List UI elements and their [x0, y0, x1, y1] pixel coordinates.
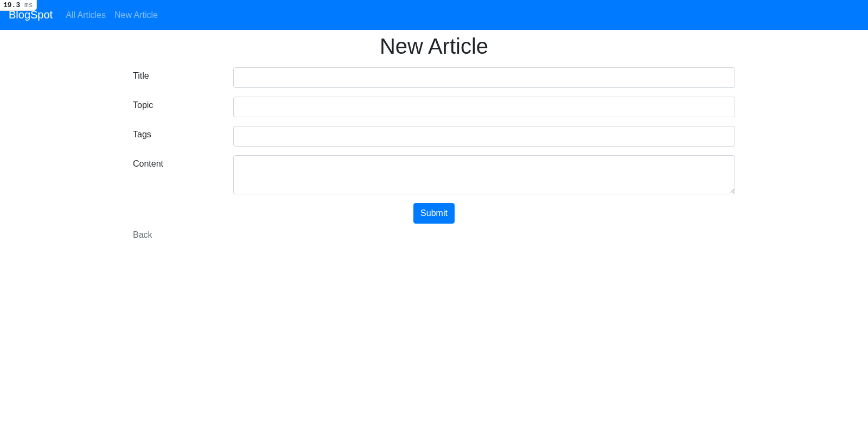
form-group-title: Title [133, 67, 735, 88]
perf-value: 19.3 [3, 1, 20, 9]
form-group-topic: Topic [133, 97, 735, 117]
back-link[interactable]: Back [133, 230, 152, 239]
perf-badge: 19.3 ms [0, 0, 37, 11]
navbar-nav: All Articles New Article [61, 10, 162, 20]
navbar: BlogSpot All Articles New Article [0, 0, 868, 30]
label-title: Title [133, 67, 233, 85]
label-content: Content [133, 155, 233, 173]
form-actions: Submit [133, 203, 735, 224]
input-tags[interactable] [233, 126, 735, 147]
page-title: New Article [133, 34, 735, 59]
nav-link-new-article[interactable]: New Article [110, 6, 162, 24]
submit-button[interactable]: Submit [413, 203, 455, 224]
main-container: New Article Title Topic Tags Content [125, 34, 743, 240]
input-topic[interactable] [233, 97, 735, 117]
label-topic: Topic [133, 97, 233, 114]
textarea-content[interactable] [233, 155, 735, 194]
new-article-form: Title Topic Tags Content Submit [133, 67, 735, 224]
label-tags: Tags [133, 126, 233, 143]
perf-unit: ms [24, 1, 33, 9]
nav-link-all-articles[interactable]: All Articles [61, 6, 110, 24]
form-group-content: Content [133, 155, 735, 194]
form-group-tags: Tags [133, 126, 735, 147]
input-title[interactable] [233, 67, 735, 88]
